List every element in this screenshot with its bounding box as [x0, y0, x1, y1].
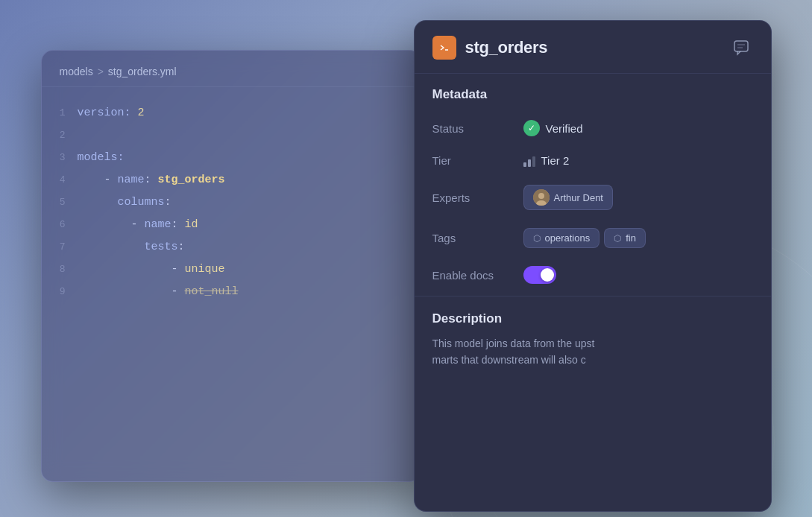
code-line-8: 8 - unique — [54, 258, 409, 281]
code-content: - name: id — [78, 214, 198, 236]
breadcrumb: models > stg_orders.yml — [42, 51, 421, 87]
enable-docs-value — [523, 266, 556, 284]
code-panel: models > stg_orders.yml 1 version: 2 2 3… — [41, 50, 421, 482]
expert-avatar — [533, 189, 550, 206]
line-number: 4 — [54, 171, 66, 190]
verified-icon: ✓ — [523, 120, 540, 136]
line-number: 6 — [54, 215, 66, 235]
code-content: models: — [78, 147, 125, 169]
tier-row: Tier Tier 2 — [415, 145, 771, 176]
tags-row: Tags ⬡ operations ⬡ fin — [415, 219, 771, 257]
tag-chip-operations[interactable]: ⬡ operations — [523, 228, 600, 248]
metadata-section-title: Metadata — [415, 74, 771, 111]
code-line-4: 4 - name: stg_orders — [54, 169, 409, 191]
line-number: 7 — [54, 238, 66, 257]
line-number: 9 — [54, 282, 66, 302]
model-icon — [432, 36, 456, 60]
status-row: Status ✓ Verified — [415, 111, 771, 145]
scene: models > stg_orders.yml 1 version: 2 2 3… — [41, 20, 772, 497]
meta-panel-header: stg_orders — [415, 21, 771, 74]
description-title: Description — [432, 311, 753, 326]
tag-text: operations — [545, 232, 591, 244]
code-line-3: 3 models: — [54, 147, 409, 169]
code-content: version: 2 — [78, 102, 145, 124]
enable-docs-toggle[interactable] — [523, 266, 556, 284]
line-number: 8 — [54, 260, 66, 279]
meta-panel: stg_orders Metadata Status ✓ Verified — [414, 20, 772, 512]
experts-label: Experts — [432, 191, 514, 204]
code-line-6: 6 - name: id — [54, 214, 409, 236]
breadcrumb-parent: models — [60, 66, 93, 77]
tag-text: fin — [626, 232, 636, 244]
header-left: stg_orders — [432, 36, 548, 60]
tier-label: Tier — [432, 154, 514, 167]
description-text: This model joins data from the upst mart… — [432, 335, 753, 369]
code-line-9: 9 - not_null — [54, 281, 409, 303]
experts-row: Experts Arthur Dent — [415, 176, 771, 219]
experts-value: Arthur Dent — [523, 185, 613, 210]
code-line-1: 1 version: 2 — [54, 102, 409, 124]
tags-label: Tags — [432, 232, 514, 244]
line-number: 5 — [54, 193, 66, 212]
line-number: 3 — [54, 148, 66, 168]
status-text: Verified — [546, 122, 583, 135]
svg-rect-1 — [734, 41, 748, 51]
tags-value: ⬡ operations ⬡ fin — [523, 228, 646, 248]
toggle-thumb — [541, 268, 554, 282]
svg-point-5 — [538, 193, 544, 199]
breadcrumb-separator: > — [98, 66, 104, 77]
enable-docs-label: Enable docs — [432, 269, 514, 282]
tier-bars-icon — [523, 155, 535, 167]
description-section: Description This model joins data from t… — [415, 299, 771, 381]
code-content: tests: — [78, 236, 185, 258]
tier-value: Tier 2 — [523, 154, 570, 167]
code-content: - unique — [78, 258, 225, 281]
code-body: 1 version: 2 2 3 models: 4 - name: stg_o… — [42, 87, 421, 318]
chat-icon[interactable] — [729, 36, 753, 60]
breadcrumb-file: stg_orders.yml — [108, 66, 177, 77]
code-content: columns: — [78, 191, 171, 214]
line-number: 2 — [54, 126, 66, 145]
expert-name: Arthur Dent — [554, 192, 603, 203]
divider — [415, 296, 771, 296]
code-content: - name: stg_orders — [78, 169, 225, 191]
tag-chip-fin[interactable]: ⬡ fin — [604, 228, 646, 248]
tag-icon: ⬡ — [614, 233, 621, 244]
tier-text: Tier 2 — [541, 154, 570, 167]
status-label: Status — [432, 122, 514, 135]
enable-docs-row: Enable docs — [415, 257, 771, 293]
model-title: stg_orders — [465, 38, 548, 57]
code-line-2: 2 — [54, 124, 409, 147]
code-line-5: 5 columns: — [54, 191, 409, 214]
tag-icon: ⬡ — [533, 233, 541, 244]
expert-chip: Arthur Dent — [523, 185, 613, 210]
line-number: 1 — [54, 104, 66, 123]
code-content: - not_null — [78, 281, 239, 303]
status-value: ✓ Verified — [523, 120, 583, 136]
code-content — [78, 124, 84, 147]
code-line-7: 7 tests: — [54, 236, 409, 258]
